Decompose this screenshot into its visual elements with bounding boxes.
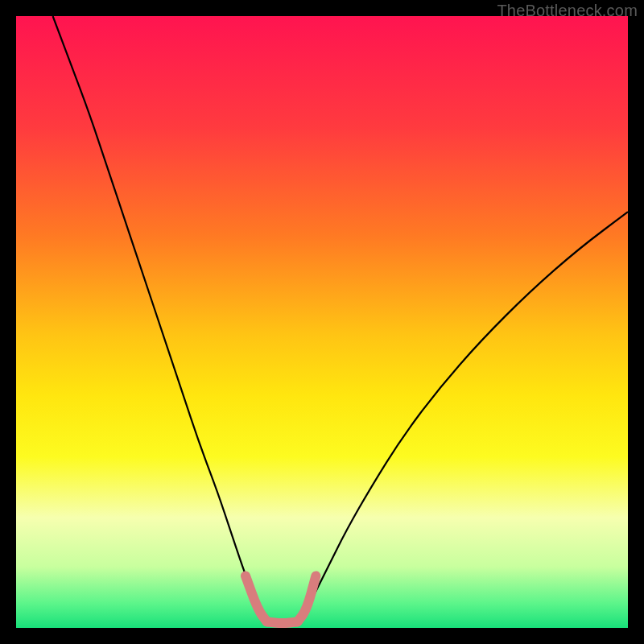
plot-area [16,16,628,628]
chart-frame: TheBottleneck.com [0,0,644,644]
gradient-background [16,16,628,628]
chart-svg [16,16,628,628]
watermark-text: TheBottleneck.com [497,2,638,20]
